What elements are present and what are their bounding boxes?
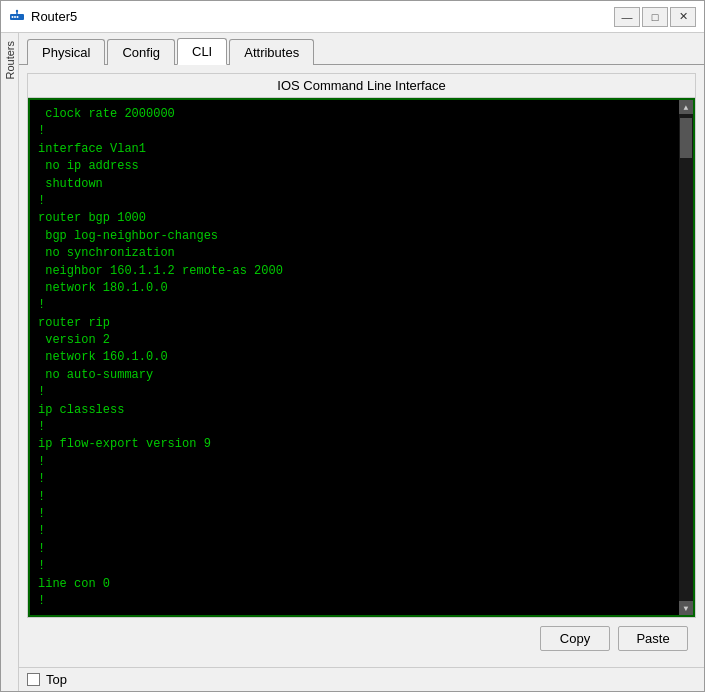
title-bar: Router5 — □ ✕ [1,1,704,33]
svg-point-1 [12,16,14,18]
window: Router5 — □ ✕ Routers Physical Config CL… [0,0,705,692]
title-bar-controls: — □ ✕ [614,7,696,27]
minimize-button[interactable]: — [614,7,640,27]
tab-attributes[interactable]: Attributes [229,39,314,65]
bottom-bar: Copy Paste [27,618,696,659]
svg-point-5 [16,9,18,11]
main-layout: Routers Physical Config CLI Attributes I… [1,33,704,691]
cli-scrollbar[interactable]: ▲ ▼ [679,100,693,615]
tab-config[interactable]: Config [107,39,175,65]
svg-point-3 [17,16,19,18]
scrollbar-thumb[interactable] [680,118,692,158]
scrollbar-track[interactable] [679,114,693,601]
title-bar-left: Router5 [9,9,77,25]
sidebar-label: Routers [4,41,16,80]
svg-point-2 [14,16,16,18]
tab-cli[interactable]: CLI [177,38,227,65]
tab-bar: Physical Config CLI Attributes [19,33,704,65]
close-button[interactable]: ✕ [670,7,696,27]
cli-terminal[interactable]: clock rate 2000000 ! interface Vlan1 no … [28,98,695,617]
maximize-button[interactable]: □ [642,7,668,27]
content-area: Physical Config CLI Attributes IOS Comma… [19,33,704,691]
ios-section: IOS Command Line Interface clock rate 20… [27,73,696,618]
footer: Top [19,667,704,691]
window-title: Router5 [31,9,77,24]
scrollbar-up-arrow[interactable]: ▲ [679,100,693,114]
tab-physical[interactable]: Physical [27,39,105,65]
paste-button[interactable]: Paste [618,626,688,651]
panel: IOS Command Line Interface clock rate 20… [19,65,704,667]
ios-section-title: IOS Command Line Interface [28,74,695,98]
router-icon [9,9,25,25]
top-checkbox[interactable] [27,673,40,686]
copy-button[interactable]: Copy [540,626,610,651]
scrollbar-down-arrow[interactable]: ▼ [679,601,693,615]
cli-output: clock rate 2000000 ! interface Vlan1 no … [38,106,685,609]
top-label: Top [46,672,67,687]
sidebar: Routers [1,33,19,691]
